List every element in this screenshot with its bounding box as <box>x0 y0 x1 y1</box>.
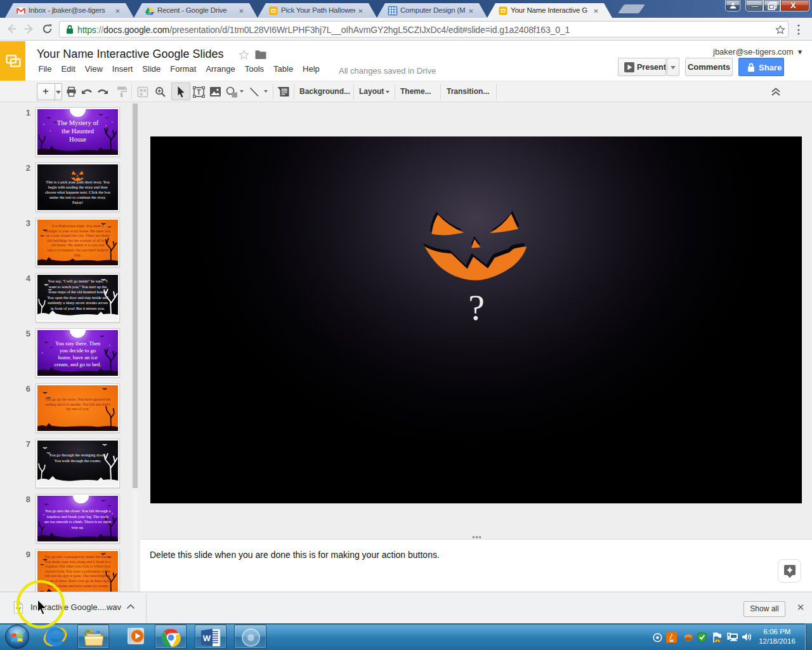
svg-text:W: W <box>203 633 211 643</box>
svg-text:!: ! <box>717 638 718 642</box>
